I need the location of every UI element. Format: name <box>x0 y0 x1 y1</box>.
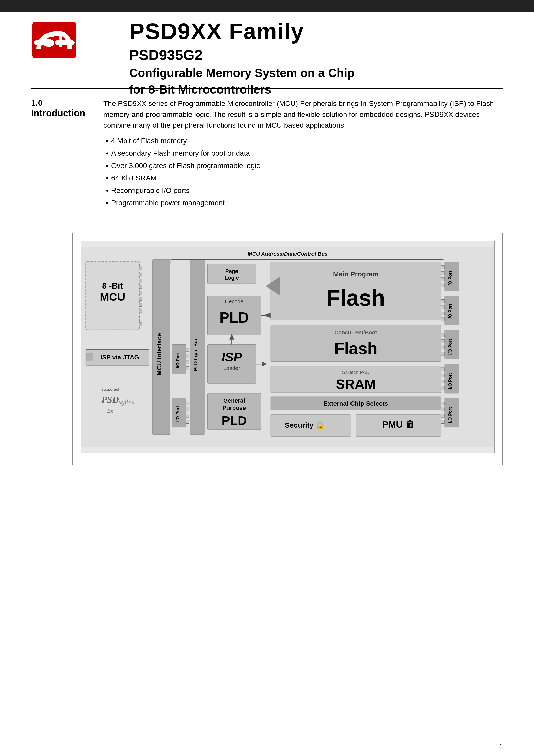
svg-text:ISP via JTAG: ISP via JTAG <box>100 354 139 361</box>
svg-rect-91 <box>441 352 444 355</box>
svg-text:External Chip Selects: External Chip Selects <box>323 400 388 407</box>
bullet-2: A secondary Flash memory for boot or dat… <box>103 148 503 159</box>
intro-label: 1.0 Introduction <box>31 98 103 208</box>
top-divider <box>31 88 503 89</box>
bullet-1: 4 Mbit of Flash memory <box>103 135 503 146</box>
svg-rect-88 <box>441 334 444 337</box>
intro-bullets: 4 Mbit of Flash memory A secondary Flash… <box>103 135 503 208</box>
svg-text:I/O Port: I/O Port <box>175 352 180 368</box>
svg-text:Page: Page <box>226 268 238 274</box>
svg-text:PSD: PSD <box>101 394 119 405</box>
svg-rect-82 <box>441 299 444 303</box>
section-name: Introduction <box>31 108 103 119</box>
svg-text:Concurrent/Boot: Concurrent/Boot <box>334 329 377 335</box>
svg-rect-12 <box>139 297 142 300</box>
svg-text:Logic: Logic <box>225 275 239 281</box>
svg-text:Security 🔒: Security 🔒 <box>285 421 325 429</box>
main-title: PSD9XX Family <box>129 18 355 44</box>
svg-text:ST: ST <box>43 30 66 50</box>
svg-rect-100 <box>441 402 444 405</box>
svg-text:PLD Input Bus: PLD Input Bus <box>193 338 198 371</box>
svg-rect-11 <box>139 291 142 294</box>
svg-rect-85 <box>441 318 444 321</box>
svg-rect-8 <box>139 273 142 276</box>
svg-text:Scratch PAD: Scratch PAD <box>342 369 369 375</box>
svg-rect-79 <box>441 284 444 287</box>
svg-rect-34 <box>186 408 189 411</box>
svg-text:PMU 🗑: PMU 🗑 <box>382 419 414 430</box>
svg-rect-95 <box>441 374 444 377</box>
svg-text:Flash: Flash <box>334 339 377 358</box>
svg-rect-83 <box>441 306 444 309</box>
svg-rect-9 <box>139 279 142 282</box>
desc-title-line2: for 8-Bit Microcontrollers <box>129 82 355 96</box>
svg-text:I/O Port: I/O Port <box>175 406 180 422</box>
svg-text:SRAM: SRAM <box>336 376 376 392</box>
svg-rect-27 <box>186 348 189 352</box>
svg-rect-78 <box>441 278 444 281</box>
svg-text:Flash: Flash <box>327 285 385 310</box>
title-area: PSD9XX Family PSD935G2 Configurable Memo… <box>129 18 355 96</box>
desc-title-line1: Configurable Memory System on a Chip <box>129 66 355 80</box>
svg-rect-76 <box>441 265 444 269</box>
svg-text:ISP: ISP <box>222 350 242 364</box>
svg-rect-103 <box>441 420 444 423</box>
svg-rect-15 <box>139 323 142 326</box>
svg-rect-33 <box>186 402 189 405</box>
svg-rect-84 <box>441 312 444 315</box>
bullet-5: Reconfigurable I/O ports <box>103 185 503 196</box>
section-number: 1.0 <box>31 98 103 108</box>
svg-rect-13 <box>139 303 142 307</box>
intro-section: 1.0 Introduction The PSD9XX series of Pr… <box>31 98 503 208</box>
svg-text:Purpose: Purpose <box>223 405 246 411</box>
sub-title: PSD935G2 <box>129 46 355 63</box>
svg-rect-17 <box>86 353 93 361</box>
svg-rect-7 <box>139 267 142 270</box>
bullet-4: 64 Kbit SRAM <box>103 173 503 184</box>
svg-text:MCU Interface: MCU Interface <box>156 333 163 376</box>
diagram-container: MCU Address/Data/Control Bus 8 -Bit MCU … <box>72 233 503 465</box>
svg-rect-102 <box>441 414 444 417</box>
svg-text:I/O Port: I/O Port <box>448 339 453 355</box>
svg-text:Supported: Supported <box>101 387 119 392</box>
svg-rect-101 <box>441 408 444 411</box>
svg-text:I/O Port: I/O Port <box>448 271 453 287</box>
svg-rect-90 <box>441 346 444 349</box>
svg-text:General: General <box>223 397 245 404</box>
header-bar <box>0 0 534 13</box>
svg-rect-28 <box>186 354 189 358</box>
svg-text:PLD: PLD <box>222 414 247 427</box>
block-diagram-svg: MCU Address/Data/Control Bus 8 -Bit MCU … <box>81 241 495 453</box>
svg-rect-89 <box>441 340 444 343</box>
svg-rect-94 <box>441 368 444 371</box>
svg-text:I/O Port: I/O Port <box>448 407 453 423</box>
svg-rect-97 <box>441 386 444 390</box>
svg-rect-77 <box>441 271 444 275</box>
page-number: 1 <box>499 742 503 751</box>
svg-text:Main Program: Main Program <box>333 270 379 278</box>
svg-rect-29 <box>186 361 189 364</box>
svg-text:PLD: PLD <box>220 310 249 326</box>
svg-text:Decode: Decode <box>225 298 243 304</box>
svg-rect-36 <box>186 420 189 423</box>
bottom-divider <box>31 740 503 741</box>
svg-text:MCU Address/Data/Control Bus: MCU Address/Data/Control Bus <box>248 251 328 257</box>
svg-rect-10 <box>139 285 142 288</box>
intro-paragraph: The PSD9XX series of Programmable Microc… <box>103 98 503 131</box>
intro-content: The PSD9XX series of Programmable Microc… <box>103 98 503 208</box>
svg-text:Loader: Loader <box>223 365 240 371</box>
svg-rect-35 <box>186 414 189 417</box>
svg-text:MCU: MCU <box>100 291 125 303</box>
svg-text:8 -Bit: 8 -Bit <box>102 281 123 290</box>
svg-text:sgftes: sgftes <box>119 398 134 406</box>
svg-rect-30 <box>186 366 189 370</box>
bullet-3: Over 3,000 gates of Flash programmable l… <box>103 160 503 171</box>
company-logo: ST <box>31 21 83 62</box>
svg-rect-14 <box>139 309 142 312</box>
svg-text:I/O Port: I/O Port <box>448 304 453 320</box>
bullet-6: Programmable power management. <box>103 198 503 208</box>
svg-text:Ex: Ex <box>107 408 113 414</box>
svg-rect-96 <box>441 380 444 383</box>
svg-text:I/O Port: I/O Port <box>448 373 453 389</box>
